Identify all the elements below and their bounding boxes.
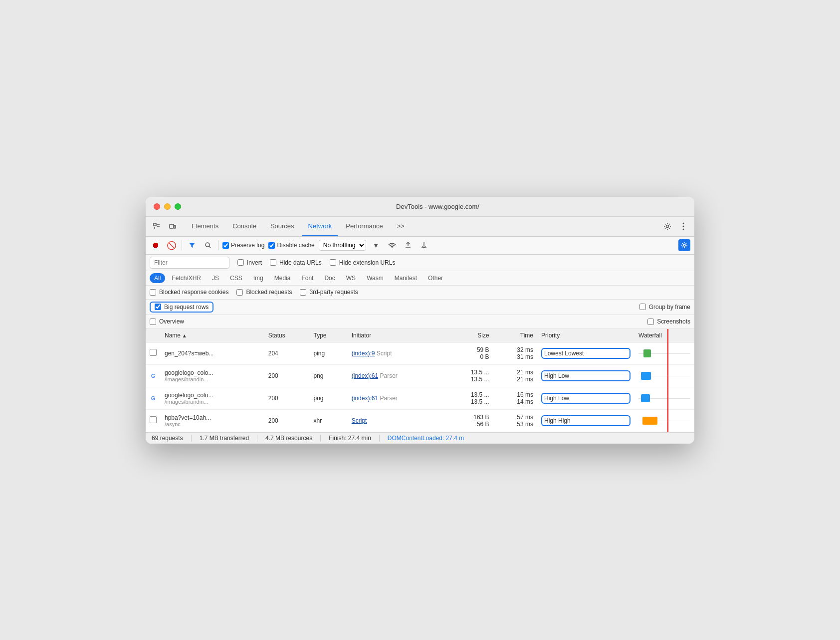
invert-checkbox[interactable]: [237, 259, 244, 266]
screenshots-checkbox[interactable]: [647, 319, 654, 325]
tab-sources[interactable]: Sources: [264, 216, 300, 236]
blocked-requests-checkbox[interactable]: [236, 289, 243, 296]
waterfall-segment-3: [641, 394, 650, 402]
col-size[interactable]: Size: [445, 329, 493, 342]
filter-input-row: Invert Hide data URLs Hide extension URL…: [146, 255, 694, 271]
options-row-2: Big request rows Group by frame: [146, 300, 694, 315]
cell-name-4: hpba?vet=10ah... /async: [161, 409, 264, 432]
cell-status-4: 200: [264, 409, 310, 432]
blocked-requests-label[interactable]: Blocked requests: [236, 289, 292, 296]
row-checkbox-1[interactable]: [150, 349, 157, 356]
group-by-frame-label[interactable]: Group by frame: [639, 304, 690, 311]
priority-highlight-1: Lowest Lowest: [541, 348, 630, 359]
maximize-button[interactable]: [175, 203, 181, 210]
filter-other[interactable]: Other: [423, 273, 447, 283]
screenshots-label[interactable]: Screenshots: [647, 318, 690, 325]
settings-icon[interactable]: [660, 219, 674, 233]
col-time[interactable]: Time: [493, 329, 537, 342]
tab-elements[interactable]: Elements: [186, 216, 224, 236]
cell-time-3: 16 ms 14 ms: [493, 387, 537, 409]
filter-manifest[interactable]: Manifest: [390, 273, 421, 283]
network-settings-icon[interactable]: [678, 239, 690, 251]
status-finish: Finish: 27.4 min: [329, 435, 380, 442]
row-favicon-cell-3: G: [146, 387, 161, 409]
overview-label[interactable]: Overview: [150, 318, 184, 325]
download-icon[interactable]: [418, 239, 430, 251]
preserve-log-checkbox[interactable]: [222, 242, 229, 249]
big-request-rows-label[interactable]: Big request rows: [150, 302, 213, 313]
cell-initiator-3: (index):61 Parser: [348, 387, 445, 409]
more-options-icon[interactable]: [676, 219, 690, 233]
cell-size-3: 13.5 ... 13.5 ...: [445, 387, 493, 409]
blocked-response-cookies-label[interactable]: Blocked response cookies: [150, 289, 228, 296]
svg-rect-1: [170, 224, 174, 228]
filter-icon-button[interactable]: [186, 239, 198, 251]
filter-css[interactable]: CSS: [225, 273, 247, 283]
third-party-requests-checkbox[interactable]: [300, 289, 306, 296]
upload-icon[interactable]: [402, 239, 414, 251]
invert-label[interactable]: Invert: [237, 259, 262, 266]
filter-js[interactable]: JS: [208, 273, 223, 283]
waterfall-segment-4: [642, 417, 657, 425]
minimize-button[interactable]: [164, 203, 171, 210]
filter-input[interactable]: [150, 257, 229, 269]
filter-img[interactable]: Img: [249, 273, 268, 283]
col-name[interactable]: Name: [161, 329, 264, 342]
cell-time-2: 21 ms 21 ms: [493, 364, 537, 387]
overview-checkbox[interactable]: [150, 319, 156, 325]
col-type[interactable]: Type: [310, 329, 348, 342]
col-priority[interactable]: Priority: [537, 329, 634, 342]
blocked-response-cookies-checkbox[interactable]: [150, 289, 156, 296]
clear-button[interactable]: 🚫: [166, 239, 178, 251]
filter-fetch-xhr[interactable]: Fetch/XHR: [167, 273, 206, 283]
tab-network[interactable]: Network: [302, 216, 338, 236]
hide-extension-urls-checkbox[interactable]: [330, 259, 336, 266]
disable-cache-checkbox[interactable]: [268, 242, 275, 249]
group-by-frame-checkbox[interactable]: [639, 304, 646, 310]
filter-all[interactable]: All: [150, 273, 165, 283]
filter-wasm[interactable]: Wasm: [362, 273, 388, 283]
svg-rect-0: [154, 223, 156, 226]
search-button[interactable]: [202, 239, 214, 251]
waterfall-segment-2: [641, 372, 651, 380]
tab-more[interactable]: >>: [391, 216, 411, 236]
big-request-rows-checkbox[interactable]: [155, 304, 161, 310]
table-row: G googlelogo_colo... /images/brandin... …: [146, 364, 694, 387]
third-party-requests-label[interactable]: 3rd-party requests: [300, 289, 358, 296]
wifi-icon[interactable]: [386, 239, 398, 251]
waterfall-bar-2: [638, 371, 690, 381]
record-stop-button[interactable]: ⏺: [150, 239, 162, 251]
cell-name-1: gen_204?s=web...: [161, 342, 264, 364]
svg-point-4: [683, 223, 684, 224]
filter-media[interactable]: Media: [270, 273, 295, 283]
col-initiator[interactable]: Initiator: [348, 329, 445, 342]
disable-cache-label[interactable]: Disable cache: [268, 242, 314, 249]
filter-types-row: All Fetch/XHR JS CSS Img Media Font Doc …: [146, 271, 694, 286]
filter-doc[interactable]: Doc: [320, 273, 339, 283]
preserve-log-label[interactable]: Preserve log: [222, 242, 264, 249]
tab-console[interactable]: Console: [226, 216, 262, 236]
traffic-lights: [154, 203, 181, 210]
hide-extension-urls-label[interactable]: Hide extension URLs: [330, 259, 396, 266]
device-toggle-icon[interactable]: [166, 219, 180, 233]
filter-ws[interactable]: WS: [342, 273, 360, 283]
inspect-element-icon[interactable]: [150, 219, 164, 233]
filter-font[interactable]: Font: [297, 273, 318, 283]
network-toolbar: ⏺ 🚫 Preserve log Disable ca: [146, 237, 694, 255]
throttle-dropdown-icon[interactable]: ▼: [370, 239, 382, 251]
close-button[interactable]: [154, 203, 160, 210]
tab-performance[interactable]: Performance: [340, 216, 389, 236]
throttle-select[interactable]: No throttling: [319, 240, 366, 251]
status-requests: 69 requests: [152, 435, 192, 442]
col-status[interactable]: Status: [264, 329, 310, 342]
col-waterfall[interactable]: Waterfall: [634, 329, 694, 342]
hide-data-urls-label[interactable]: Hide data URLs: [270, 259, 322, 266]
cell-status-2: 200: [264, 364, 310, 387]
cell-priority-4: High High: [537, 409, 634, 432]
row-favicon-cell-2: G: [146, 364, 161, 387]
cell-waterfall-1: [634, 342, 694, 364]
hide-data-urls-checkbox[interactable]: [270, 259, 276, 266]
row-checkbox-4[interactable]: [150, 416, 157, 423]
cell-name-2: googlelogo_colo... /images/brandin...: [161, 364, 264, 387]
svg-rect-2: [174, 225, 176, 228]
